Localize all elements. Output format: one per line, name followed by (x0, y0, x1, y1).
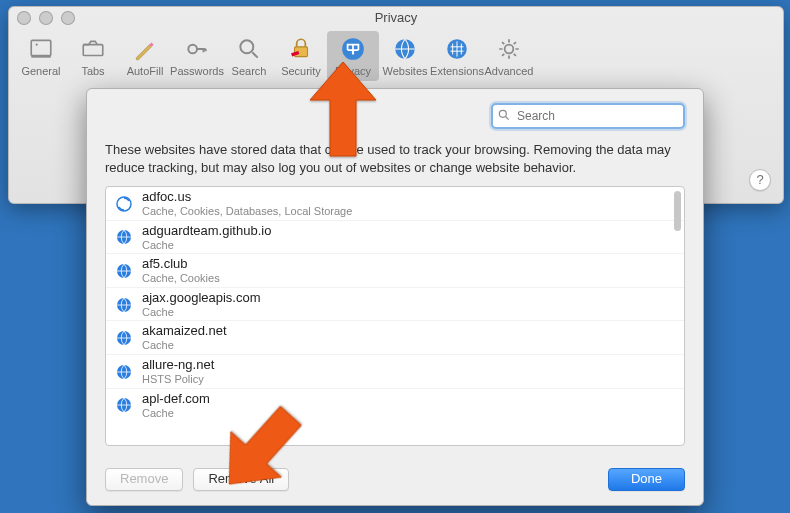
tab-label: Websites (382, 65, 427, 77)
svg-point-4 (188, 45, 197, 54)
site-domain: adfoc.us (142, 190, 352, 205)
globe-icon (116, 263, 132, 279)
website-list[interactable]: adfoc.us Cache, Cookies, Databases, Loca… (105, 186, 685, 446)
tab-search[interactable]: Search (223, 31, 275, 81)
site-detail: Cache, Cookies (142, 272, 220, 285)
tab-websites[interactable]: Websites (379, 31, 431, 81)
svg-rect-2 (31, 56, 51, 58)
globe-icon (116, 330, 132, 346)
tab-label: General (21, 65, 60, 77)
svg-point-12 (505, 45, 514, 54)
tab-autofill[interactable]: AutoFill (119, 31, 171, 81)
advanced-icon (495, 35, 523, 63)
site-detail: Cache (142, 339, 227, 352)
tab-label: AutoFill (127, 65, 164, 77)
tab-tabs[interactable]: Tabs (67, 31, 119, 81)
tab-passwords[interactable]: Passwords (171, 31, 223, 81)
svg-rect-9 (352, 50, 354, 54)
website-data-sheet: These websites have stored data that can… (86, 88, 704, 506)
tab-label: Passwords (170, 65, 224, 77)
list-item[interactable]: apl-def.com Cache (106, 389, 684, 422)
tab-security[interactable]: Security (275, 31, 327, 81)
svg-point-14 (117, 197, 131, 211)
site-detail: Cache (142, 239, 271, 252)
search-icon (497, 108, 511, 122)
tab-general[interactable]: General (15, 31, 67, 81)
list-item[interactable]: akamaized.net Cache (106, 321, 684, 355)
tab-label: Privacy (335, 65, 371, 77)
site-domain: adguardteam.github.io (142, 224, 271, 239)
search-field-wrap (491, 103, 685, 129)
close-window-icon[interactable] (17, 11, 31, 25)
globe-icon (116, 297, 132, 313)
search-icon (235, 35, 263, 63)
passwords-icon (183, 35, 211, 63)
site-detail: Cache (142, 306, 261, 319)
list-item[interactable]: ajax.googleapis.com Cache (106, 288, 684, 322)
preferences-toolbar: General Tabs AutoFill Passwords Search (9, 29, 783, 81)
site-domain: apl-def.com (142, 392, 210, 407)
svg-rect-0 (31, 40, 51, 55)
tab-extensions[interactable]: Extensions (431, 31, 483, 81)
site-detail: HSTS Policy (142, 373, 214, 386)
site-detail: Cache, Cookies, Databases, Local Storage (142, 205, 352, 218)
site-domain: akamaized.net (142, 324, 227, 339)
list-item[interactable]: adfoc.us Cache, Cookies, Databases, Loca… (106, 187, 684, 221)
help-button[interactable]: ? (749, 169, 771, 191)
tab-label: Security (281, 65, 321, 77)
sheet-description: These websites have stored data that can… (105, 141, 685, 176)
globe-icon (116, 229, 132, 245)
remove-all-button[interactable]: Remove All (193, 468, 289, 491)
svg-point-5 (240, 40, 253, 53)
security-icon (287, 35, 315, 63)
list-item[interactable]: adguardteam.github.io Cache (106, 221, 684, 255)
done-button[interactable]: Done (608, 468, 685, 491)
list-item[interactable]: allure-ng.net HSTS Policy (106, 355, 684, 389)
tab-privacy[interactable]: Privacy (327, 31, 379, 81)
tab-advanced[interactable]: Advanced (483, 31, 535, 81)
window-title: Privacy (375, 10, 418, 25)
svg-rect-3 (83, 45, 103, 56)
remove-button[interactable]: Remove (105, 468, 183, 491)
tab-label: Tabs (81, 65, 104, 77)
site-detail: Cache (142, 407, 210, 420)
site-domain: ajax.googleapis.com (142, 291, 261, 306)
svg-point-13 (499, 110, 506, 117)
tab-label: Extensions (430, 65, 484, 77)
privacy-icon (339, 35, 367, 63)
sheet-button-row: Remove Remove All Done (105, 468, 685, 491)
tab-label: Advanced (485, 65, 534, 77)
tab-label: Search (232, 65, 267, 77)
zoom-window-icon[interactable] (61, 11, 75, 25)
minimize-window-icon[interactable] (39, 11, 53, 25)
globe-icon (116, 397, 132, 413)
websites-icon (391, 35, 419, 63)
tabs-icon (79, 35, 107, 63)
general-icon (27, 35, 55, 63)
site-domain: af5.club (142, 257, 220, 272)
globe-icon (116, 364, 132, 380)
window-controls[interactable] (17, 11, 75, 25)
site-domain: allure-ng.net (142, 358, 214, 373)
svg-point-1 (36, 44, 38, 46)
list-item[interactable]: af5.club Cache, Cookies (106, 254, 684, 288)
search-input[interactable] (491, 103, 685, 129)
scrollbar-thumb[interactable] (674, 191, 681, 231)
autofill-icon (131, 35, 159, 63)
site-favicon-icon (116, 196, 132, 212)
titlebar: Privacy (9, 7, 783, 29)
extensions-icon (443, 35, 471, 63)
